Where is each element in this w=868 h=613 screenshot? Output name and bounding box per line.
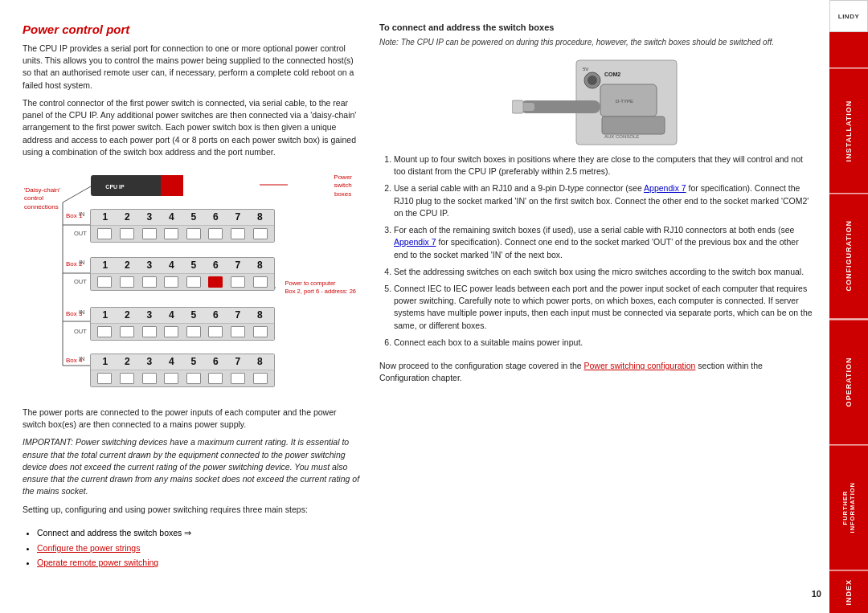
bottom-para1: The power ports are connected to the pow… bbox=[23, 407, 360, 431]
right-heading: To connect and address the switch boxes bbox=[379, 22, 813, 32]
svg-rect-24 bbox=[602, 116, 665, 134]
diagram-area: 'Daisy-chain'controlconnections CPU IP bbox=[23, 169, 360, 402]
svg-point-15 bbox=[588, 76, 597, 85]
step-1: Mount up to four switch boxes in positio… bbox=[394, 153, 813, 178]
step-4: Set the addressing switches on each swit… bbox=[394, 266, 813, 278]
svg-rect-1 bbox=[161, 175, 183, 196]
appendix7-link-step3[interactable]: Appendix 7 bbox=[394, 237, 436, 247]
sidebar-tab-installation[interactable]: INSTALLATION bbox=[829, 67, 868, 193]
right-sidebar: LINDY INSTALLATION CONFIGURATION OPERATI… bbox=[829, 0, 868, 613]
connector-image-wrap: COM2 D-TYPE 5V AUX CONSOLE bbox=[379, 56, 813, 149]
bullet-3: Operate remote power switching bbox=[37, 556, 360, 570]
svg-text:5V: 5V bbox=[583, 67, 588, 72]
step-6: Connect each box to a suitable mains pow… bbox=[394, 337, 813, 349]
step-2: Use a serial cable with an RJ10 and a 9-… bbox=[394, 182, 813, 219]
sidebar-tab-index[interactable]: INDEX bbox=[829, 570, 868, 614]
lindy-logo: LINDY bbox=[829, 0, 868, 32]
bullet-2: Configure the power strings bbox=[37, 541, 360, 555]
power-switch-label: Powerswitchboxes bbox=[334, 174, 352, 198]
switch-box-4: Box 4 IN 12345678 bbox=[90, 353, 275, 389]
switch-box-2: Box 2 IN OUT 12345678 bbox=[90, 257, 275, 292]
para2: The control connector of the first power… bbox=[23, 97, 360, 158]
sidebar-tabs: INSTALLATION CONFIGURATION OPERATION FUR… bbox=[829, 67, 868, 613]
sidebar-tab-configuration[interactable]: CONFIGURATION bbox=[829, 193, 868, 318]
sidebar-tab-further-information[interactable]: FURTHERINFORMATION bbox=[829, 444, 868, 570]
final-para: Now proceed to the configuration stage c… bbox=[379, 360, 813, 384]
svg-text:AUX CONSOLE: AUX CONSOLE bbox=[604, 134, 639, 139]
switch-box-3: Box 3 IN OUT 12345678 bbox=[90, 307, 275, 342]
svg-rect-21 bbox=[512, 100, 523, 113]
right-column: To connect and address the switch boxes … bbox=[379, 22, 813, 597]
appendix7-link-step2[interactable]: Appendix 7 bbox=[644, 183, 686, 193]
configure-power-strings-link[interactable]: Configure the power strings bbox=[37, 543, 140, 553]
step-5: Connect IEC to IEC power leads between e… bbox=[394, 283, 813, 332]
lindy-red-block bbox=[829, 32, 868, 67]
svg-text:D-TYPE: D-TYPE bbox=[616, 99, 633, 104]
section-title: Power control port bbox=[23, 22, 360, 36]
bottom-para2: IMPORTANT: Power switching devices have … bbox=[23, 436, 360, 497]
bullet-list: Connect and address the switch boxes ⇒ C… bbox=[37, 526, 360, 571]
italic-note: Note: The CPU IP can be powered on durin… bbox=[379, 37, 813, 48]
power-switching-config-link[interactable]: Power switching configuration bbox=[584, 361, 696, 370]
left-column: Power control port The CPU IP provides a… bbox=[23, 22, 360, 597]
svg-line-4 bbox=[63, 186, 91, 202]
sidebar-tab-operation[interactable]: OPERATION bbox=[829, 319, 868, 444]
step-3: For each of the remaining switch boxes (… bbox=[394, 224, 813, 261]
connector-svg: COM2 D-TYPE 5V AUX CONSOLE bbox=[512, 56, 681, 149]
page-number: 10 bbox=[812, 589, 821, 599]
para1: The CPU IP provides a serial port for co… bbox=[23, 43, 360, 92]
switch-box-1: Box 1 IN OUT 12345678 bbox=[90, 209, 275, 244]
svg-text:COM2: COM2 bbox=[604, 72, 620, 77]
svg-text:CPU IP: CPU IP bbox=[105, 184, 125, 190]
main-content: Power control port The CPU IP provides a… bbox=[0, 0, 829, 613]
power-to-label: Power to computerBox 2, port 6 - address… bbox=[285, 280, 356, 296]
steps-list: Mount up to four switch boxes in positio… bbox=[394, 153, 813, 353]
steps-intro: Setting up, configuring and using power … bbox=[23, 504, 360, 516]
bullet-1: Connect and address the switch boxes ⇒ bbox=[37, 526, 360, 540]
operate-remote-power-link[interactable]: Operate remote power switching bbox=[37, 558, 158, 567]
